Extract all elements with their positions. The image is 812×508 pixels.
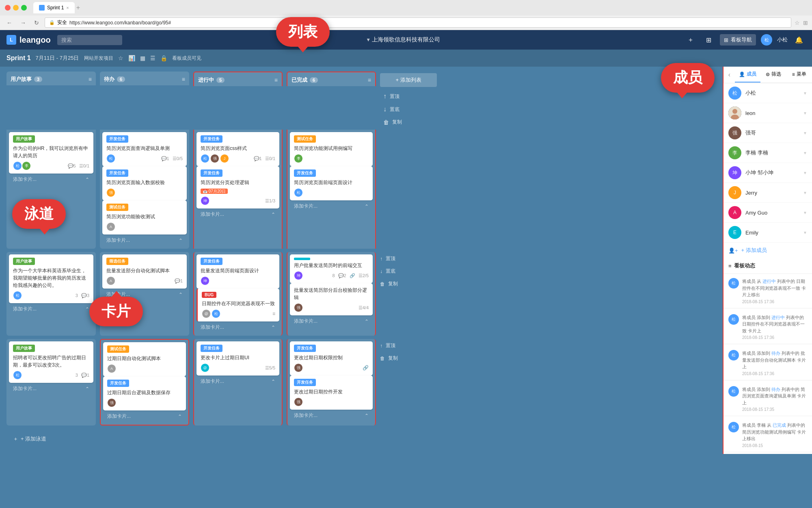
refresh-btn[interactable]: ↻ bbox=[32, 18, 41, 28]
card-todo1-row1[interactable]: 开发任务 简历浏览页面查询逻辑及单测 松 💬1 ☰0/5 bbox=[102, 132, 187, 166]
add-card-todo1[interactable]: 添加卡片... ⌃ bbox=[102, 234, 187, 246]
card-todo2-row3[interactable]: 开发任务 过期日期后台逻辑及数据保存 强 bbox=[103, 376, 186, 410]
card-done2-row3[interactable]: 开发任务 更改过期日期控件开发 强 bbox=[290, 376, 373, 410]
add-card-todo3[interactable]: 添加卡片... ⌃ bbox=[103, 410, 186, 422]
add-card-ip2[interactable]: 添加卡片... ⌃ bbox=[197, 321, 279, 333]
board-star-btn[interactable]: ☆ bbox=[118, 55, 123, 61]
add-card-story3[interactable]: 添加卡片... ⌃ bbox=[9, 383, 93, 395]
swimlane2-bottom[interactable]: ↓ 置底 bbox=[380, 266, 437, 276]
board-chart-btn[interactable]: 📊 bbox=[128, 55, 135, 61]
member-jerry[interactable]: J Jerry ▼ bbox=[723, 183, 812, 203]
col-action-copy[interactable]: 🗑 复制 bbox=[383, 117, 437, 127]
tab-members[interactable]: 👤 成员 bbox=[735, 67, 760, 82]
active-tab[interactable]: Sprint 1 × bbox=[33, 2, 75, 13]
forward-btn[interactable]: → bbox=[18, 18, 28, 28]
filter-xiaokun[interactable]: ▼ bbox=[803, 171, 807, 175]
add-swimlane-btn[interactable]: ＋ + 添加泳道 bbox=[6, 432, 53, 446]
close-window-btn[interactable] bbox=[5, 5, 11, 11]
col-menu-story[interactable]: ≡ bbox=[89, 76, 92, 82]
user-avatar[interactable]: 松 bbox=[761, 34, 772, 46]
card-story1-row1[interactable]: 用户故事 作为公司的HR，我可以浏览所有申请人的简历 松 李 💬5 ☰0/1 bbox=[9, 132, 93, 174]
member-emily[interactable]: E Emily ▼ bbox=[723, 223, 812, 243]
board-filter-btn[interactable]: ☰ bbox=[150, 55, 155, 61]
add-card-story2[interactable]: 添加卡片... ⌃ bbox=[9, 303, 93, 315]
tab-filter[interactable]: ⊜ 筛选 bbox=[760, 67, 786, 82]
add-card-done1[interactable]: 添加卡片... ⌃ bbox=[290, 200, 373, 212]
filter-leon[interactable]: ▼ bbox=[803, 111, 807, 115]
card-done2-row2[interactable]: 批量发送简历部分后台校验部分逻辑 强 ☰4/4 bbox=[290, 283, 373, 315]
card-meta-s2: 3 💬3 bbox=[76, 293, 89, 298]
swimlane2-copy[interactable]: 🗑 复制 bbox=[380, 279, 437, 289]
add-card-ip1[interactable]: 添加卡片... ⌃ bbox=[197, 208, 279, 220]
card-avatar-todo2r3: 强 bbox=[107, 398, 116, 407]
card-story1-row2[interactable]: 用户故事 作为一个大学本科英语系毕业生，我期望能够批量的将我的简历发送给我感兴趣… bbox=[9, 254, 93, 303]
filter-qiangge[interactable]: ▼ bbox=[803, 131, 807, 135]
card-todo2-row1[interactable]: 开发任务 简历浏览页面输入数据校验 强 bbox=[102, 166, 187, 200]
card-ip1-row1[interactable]: 开发任务 简历浏览页面css样式 松 强 J 💬1 ☰0/1 bbox=[197, 132, 279, 166]
swimlane2-top[interactable]: ↑ 置顶 bbox=[380, 254, 437, 264]
card-ip1-row3[interactable]: 开发任务 更改卡片上过期日期UI @ ☰5/5 bbox=[197, 341, 279, 376]
swimlane3-todo: 测试任务 过期日期自动化测试脚本 A 开发任务 过期日期后台逻辑及数据保存 强 bbox=[100, 339, 189, 426]
filter-linan[interactable]: ▼ bbox=[803, 151, 807, 155]
add-card-done2[interactable]: 添加卡片... ⌃ bbox=[290, 315, 373, 327]
card-ip1-row2[interactable]: 开发任务 批量发送简历前端页面设计 坤 bbox=[197, 254, 279, 289]
address-bar[interactable]: 🔒 安全 https://www.leangoo.com/kanban/boar… bbox=[45, 17, 791, 28]
tab-favicon bbox=[39, 5, 45, 11]
card-ip2-row2[interactable]: BUG 日期控件在不同浏览器表现不一致 @ 松 ≡ bbox=[197, 289, 279, 321]
bookmark-icon[interactable]: ☆ bbox=[795, 20, 800, 26]
card-todo3-row1[interactable]: 测试任务 简历浏览功能验收测试 A bbox=[102, 200, 187, 234]
card-todo1-row3[interactable]: 测试任务 过期日期自动化测试脚本 A bbox=[103, 342, 186, 376]
member-qiangge[interactable]: 强 强哥 ▼ bbox=[723, 123, 812, 143]
filter-jerry[interactable]: ▼ bbox=[803, 191, 807, 195]
card-todo1-row2[interactable]: 筛选任务 批量发送部分自动化测试脚本 A 💬1 bbox=[102, 254, 187, 289]
extension-icon[interactable]: ⊞ bbox=[803, 20, 808, 26]
add-card-story1[interactable]: 添加卡片... ⌃ bbox=[9, 174, 93, 185]
member-xiaosong[interactable]: 松 小松 ▼ bbox=[723, 83, 812, 103]
card-done1-row1[interactable]: 测试任务 简历浏览功能测试用例编写 李 bbox=[290, 132, 373, 166]
tag-story1r3: 用户故事 bbox=[13, 345, 35, 352]
board-layout-btn[interactable]: ▦ bbox=[140, 55, 145, 61]
maximize-window-btn[interactable] bbox=[21, 5, 27, 11]
filter-amy[interactable]: ▼ bbox=[803, 211, 807, 215]
member-leon[interactable]: leon ▼ bbox=[723, 103, 812, 123]
new-tab-btn[interactable]: + bbox=[76, 4, 80, 11]
minimize-window-btn[interactable] bbox=[13, 5, 19, 11]
card-story1-row3[interactable]: 用户故事 招聘者可以更改招聘广告的过期日期，最多可以改变3次。 松 3 💬1 bbox=[9, 341, 93, 383]
add-member-btn[interactable]: 👤+ + 添加成员 bbox=[723, 243, 812, 258]
activity-avatar-2: 松 bbox=[728, 314, 739, 325]
name-linan: 李楠 李楠 bbox=[745, 149, 799, 156]
filter-xiaosong[interactable]: ▼ bbox=[803, 91, 807, 96]
filter-emily[interactable]: ▼ bbox=[803, 230, 807, 235]
search-input[interactable] bbox=[57, 35, 122, 45]
swimlane3-copy[interactable]: 🗑 复制 bbox=[380, 353, 437, 363]
col-menu-done[interactable]: ≡ bbox=[368, 77, 371, 83]
col-menu-todo[interactable]: ≡ bbox=[182, 76, 185, 82]
board-nav-btn[interactable]: ⊞ 看板导航 bbox=[720, 34, 756, 46]
card-done2-row1[interactable]: 开发任务 简历浏览页面前端页面设计 松 bbox=[290, 166, 373, 200]
swimlane3-top[interactable]: ↑ 置顶 bbox=[380, 341, 437, 351]
swimlane3-actions: ↑ 置顶 🗑 复制 bbox=[380, 339, 437, 426]
col-action-top[interactable]: ↑ 置顶 bbox=[383, 91, 437, 102]
add-btn[interactable]: ＋ bbox=[684, 33, 697, 46]
add-card-todo2[interactable]: 添加卡片... ⌃ bbox=[102, 289, 187, 300]
tab-menu[interactable]: ≡ 菜单 bbox=[786, 67, 812, 82]
member-amy[interactable]: A Amy Guo ▼ bbox=[723, 203, 812, 223]
member-xiaokun[interactable]: 坤 小坤 邹小坤 ▼ bbox=[723, 163, 812, 183]
board-lock-btn[interactable]: 🔒 bbox=[160, 55, 167, 61]
col-action-bottom[interactable]: ↓ 置底 bbox=[383, 104, 437, 115]
grid-view-btn[interactable]: ⊞ bbox=[702, 33, 715, 46]
card-done1-row2[interactable]: 用户批量发送简历时的前端交互 坤 8 💬2 🔗 ☰2/5 bbox=[290, 254, 373, 283]
card-done1-row3[interactable]: 开发任务 更改过期日期权限控制 强 🔗 bbox=[290, 341, 373, 376]
add-list-btn[interactable]: + 添加列表 bbox=[380, 73, 437, 87]
card-meta-ip2: ☰1/3 bbox=[265, 198, 275, 204]
member-linan[interactable]: 李 李楠 李楠 ▼ bbox=[723, 143, 812, 163]
notification-btn[interactable]: 🔔 bbox=[793, 33, 806, 46]
col-menu-inprogress[interactable]: ≡ bbox=[274, 77, 278, 83]
card-ip2-row1[interactable]: 开发任务 简历浏览分页处理逻辑 📅 07月20日 坤 ☰1/3 bbox=[197, 166, 279, 208]
add-card-done3[interactable]: 添加卡片... ⌃ bbox=[290, 410, 373, 421]
add-card-ip3[interactable]: 添加卡片... ⌃ bbox=[197, 376, 279, 387]
tab-close-icon[interactable]: × bbox=[66, 5, 69, 10]
back-btn[interactable]: ← bbox=[4, 18, 15, 28]
sidebar-collapse-btn[interactable]: ‹ bbox=[723, 67, 735, 83]
avatar-xiaosong: 松 bbox=[728, 87, 741, 100]
